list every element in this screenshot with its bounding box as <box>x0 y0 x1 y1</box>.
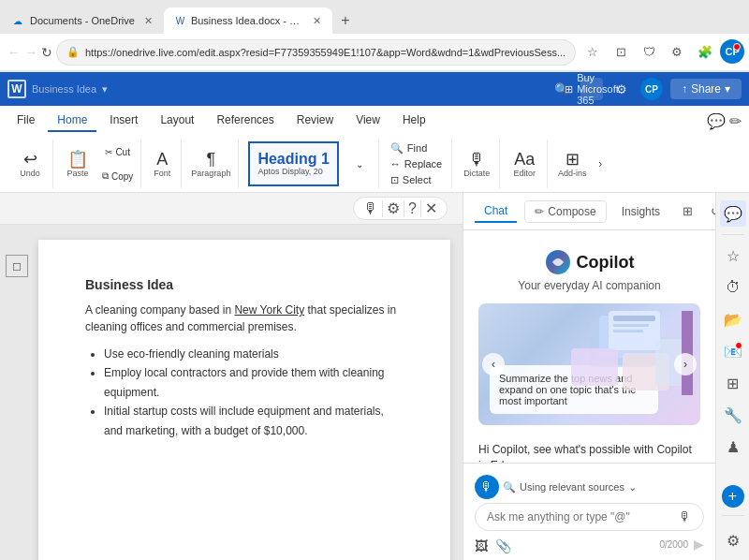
ribbon-pen-icon[interactable]: ✏ <box>729 112 742 130</box>
dictate-button[interactable]: 🎙 Dictate <box>458 141 495 186</box>
svg-rect-5 <box>613 324 649 327</box>
sources-label: Using relevant sources <box>520 481 624 493</box>
gear-toolbar-icon[interactable]: ⚙ <box>387 199 400 217</box>
edge-sidebar-collections-icon[interactable]: 📂 <box>720 306 746 332</box>
edge-sidebar-tools-icon[interactable]: 🔧 <box>720 402 746 428</box>
addins-button[interactable]: ⊞ Add-ins <box>553 141 591 186</box>
select-button[interactable]: ⊡ Select <box>385 172 448 187</box>
find-button[interactable]: 🔍 Find <box>385 140 448 155</box>
copy-button[interactable]: ⧉ Copy <box>98 165 137 187</box>
browser-essentials-icon[interactable]: 🛡 <box>636 39 662 66</box>
ribbon-group-paragraph: ¶ Paragraph <box>184 140 239 188</box>
close-toolbar-icon[interactable]: ✕ <box>425 199 437 217</box>
edge-sidebar-outlook-icon[interactable]: 📧 <box>720 338 746 364</box>
browser-chrome: ☁ Documents - OneDrive ✕ W Business Idea… <box>0 0 749 72</box>
tab-onedrive-close-icon[interactable]: ✕ <box>144 15 153 27</box>
cut-button[interactable]: ✂ Cut <box>98 140 137 163</box>
list-item: Employ local contractors and provide the… <box>104 363 404 402</box>
refresh-button[interactable]: ↻ <box>41 39 52 66</box>
ribbon-tab-references[interactable]: References <box>207 110 283 132</box>
ribbon-group-proofing: Aa Editor <box>502 140 548 188</box>
copilot-input-row: 🎙 <box>475 503 704 531</box>
copilot-send-button[interactable]: ▶ <box>694 537 704 552</box>
microsoft-logo-icon: ⊞ <box>565 83 573 96</box>
carousel-prev-button[interactable]: ‹ <box>482 353 505 376</box>
ribbon-tab-layout[interactable]: Layout <box>151 110 203 132</box>
doc-title: Business Idea <box>85 277 404 292</box>
edge-sidebar-settings-icon[interactable]: ⚙ <box>720 527 746 553</box>
heading-label: Heading 1 <box>257 152 329 167</box>
copilot-chat-tab[interactable]: Chat <box>475 200 517 223</box>
address-bar[interactable]: 🔒 https://onedrive.live.com/edit.aspx?re… <box>56 39 576 66</box>
select-icon: ⊡ <box>390 174 399 186</box>
help-toolbar-icon[interactable]: ? <box>408 200 417 217</box>
buy-microsoft-button[interactable]: ⊞ Buy Microsoft 365 <box>580 78 603 100</box>
ribbon-group-editing: 🔍 Find ↔ Replace ⊡ Select <box>381 140 452 188</box>
copilot-logo-icon <box>545 249 571 275</box>
copilot-sources-selector[interactable]: 🎙 🔍 Using relevant sources ⌄ <box>475 471 704 503</box>
copilot-mic-icon[interactable]: 🎙 <box>679 509 692 524</box>
copilot-insights-tab[interactable]: Insights <box>614 201 668 222</box>
ribbon-tab-file[interactable]: File <box>7 110 44 132</box>
copilot-grid-icon[interactable]: ⊞ <box>675 199 699 224</box>
carousel-next-button[interactable]: › <box>674 353 697 376</box>
font-icon: A <box>156 151 168 168</box>
copilot-emoji-icon[interactable]: 🖼 <box>475 538 488 553</box>
replace-button[interactable]: ↔ Replace <box>385 156 448 171</box>
copilot-compose-tab[interactable]: ✏ Compose <box>524 200 606 223</box>
microphone-toolbar-icon[interactable]: 🎙 <box>363 200 378 217</box>
ribbon-tab-home[interactable]: Home <box>48 110 96 132</box>
edge-sidebar-add-button[interactable]: + <box>722 485 744 508</box>
replace-icon: ↔ <box>390 158 401 169</box>
tab-onedrive[interactable]: ☁ Documents - OneDrive ✕ <box>0 7 164 34</box>
edge-sidebar-games-icon[interactable]: ♟ <box>720 434 746 460</box>
ribbon-comment-icon[interactable]: 💬 <box>707 112 726 130</box>
ribbon-more-button[interactable]: › <box>593 141 608 186</box>
extensions-icon[interactable]: 🧩 <box>692 39 718 66</box>
settings-icon[interactable]: ⚙ <box>664 39 690 66</box>
tab-groups-icon[interactable]: ⊡ <box>608 39 634 66</box>
toolbar-separator3 <box>420 200 421 217</box>
tab-word[interactable]: W Business Idea.docx - Microsoft W... ✕ <box>164 7 332 34</box>
share-button[interactable]: ↑ Share ▾ <box>670 79 742 99</box>
document-page[interactable]: Business Idea A cleaning company based i… <box>38 240 450 560</box>
ribbon-tab-review[interactable]: Review <box>287 110 343 132</box>
edge-sidebar-favorites-icon[interactable]: ☆ <box>720 243 746 269</box>
undo-button[interactable]: ↩ Undo <box>11 141 49 186</box>
paragraph-button[interactable]: ¶ Paragraph <box>187 141 234 186</box>
ribbon-tab-insert[interactable]: Insert <box>100 110 147 132</box>
styles-more-button[interactable]: ⌄ <box>345 153 374 175</box>
edge-sidebar-chat-icon[interactable]: 💬 <box>720 200 746 227</box>
ribbon-tab-help[interactable]: Help <box>393 110 435 132</box>
edge-sidebar-office-icon[interactable]: ⊞ <box>720 370 746 396</box>
main-content: 🎙 ⚙ ? ✕ ◻ Business Idea A cleaning compa… <box>0 193 749 560</box>
doc-content-row: ◻ Business Idea A cleaning company based… <box>0 225 463 560</box>
doc-mini-toolbar: 🎙 ⚙ ? ✕ <box>0 193 463 225</box>
forward-button[interactable]: → <box>24 39 37 66</box>
copilot-attach-icon[interactable]: 📎 <box>495 538 511 553</box>
paragraph-icon: ¶ <box>207 151 216 168</box>
heading-style-box[interactable]: Heading 1 Aptos Display, 20 <box>248 141 338 186</box>
find-replace-group: 🔍 Find ↔ Replace ⊡ Select <box>385 140 448 187</box>
copilot-body: Copilot Your everyday AI companion <box>463 230 715 463</box>
font-options-button[interactable]: A Font <box>147 141 177 186</box>
copilot-footer-icons: 🖼 📎 <box>475 535 511 553</box>
copilot-welcome-text: Hi Copilot, see what's possible with Cop… <box>463 442 715 463</box>
ribbon-tab-view[interactable]: View <box>346 110 389 132</box>
nav-icons: ☆ ⊡ 🛡 ⚙ 🧩 CP … <box>580 39 749 66</box>
favorites-icon[interactable]: ☆ <box>580 39 606 66</box>
margin-indicator[interactable]: ◻ <box>6 255 28 277</box>
word-doc-chevron-icon[interactable]: ▾ <box>102 83 108 96</box>
word-profile-button[interactable]: CP <box>640 78 663 100</box>
back-button[interactable]: ← <box>7 39 21 66</box>
new-tab-button[interactable]: + <box>332 7 359 34</box>
word-settings-icon[interactable]: ⚙ <box>610 78 633 100</box>
paste-button[interactable]: 📋 Paste <box>59 141 96 186</box>
copilot-input-field[interactable] <box>487 510 673 523</box>
editor-button[interactable]: Aa Editor <box>506 141 543 186</box>
profile-button[interactable]: CP <box>720 39 744 64</box>
edge-sidebar-separator2 <box>722 515 744 516</box>
edge-sidebar-history-icon[interactable]: ⏱ <box>720 274 746 301</box>
tab-word-close-icon[interactable]: ✕ <box>313 15 321 27</box>
tab-word-title: Business Idea.docx - Microsoft W... <box>191 15 303 26</box>
